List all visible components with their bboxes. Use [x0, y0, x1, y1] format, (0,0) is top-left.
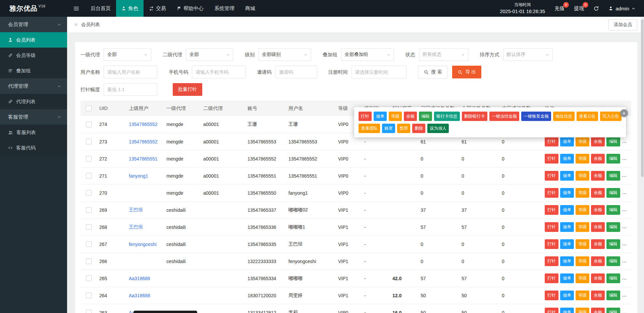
- nav-item-mall[interactable]: 商城: [240, 0, 261, 17]
- row-action-level[interactable]: 等级: [576, 188, 589, 198]
- row-more-actions[interactable]: …: [622, 190, 627, 195]
- invite-code-input[interactable]: [275, 66, 317, 78]
- row-action-edit[interactable]: 编辑: [606, 273, 620, 283]
- username-input[interactable]: [104, 66, 157, 78]
- row-action-edit[interactable]: 编辑: [606, 256, 620, 266]
- popup-action-make-order[interactable]: 做单: [374, 112, 387, 121]
- popup-action-delete-bank-card[interactable]: 删除银行卡: [462, 112, 488, 121]
- nav-item-roles[interactable]: 角色: [116, 0, 144, 17]
- row-action-edit[interactable]: 编辑: [606, 154, 620, 164]
- agent1-select[interactable]: 全部: [104, 48, 151, 61]
- popup-action-view-team[interactable]: 查看团队: [359, 124, 380, 133]
- popup-action-write-notice[interactable]: 写入公告: [600, 112, 622, 121]
- close-icon[interactable]: ×: [620, 109, 628, 117]
- popup-action-restore-amount[interactable]: 一键恢复金额: [521, 112, 551, 121]
- row-action-edit[interactable]: 编辑: [606, 222, 620, 232]
- admin-menu[interactable]: admin: [608, 6, 635, 11]
- row-checkbox[interactable]: [86, 207, 92, 213]
- parent-user-link[interactable]: fanyong1: [129, 173, 148, 179]
- row-action-inject[interactable]: 打针: [545, 154, 558, 164]
- popup-action-inject[interactable]: 打针: [359, 112, 372, 121]
- row-action-level[interactable]: 等级: [576, 256, 589, 266]
- row-checkbox[interactable]: [86, 224, 92, 230]
- popup-action-balance-change[interactable]: 账变: [382, 124, 395, 133]
- row-checkbox[interactable]: [86, 258, 92, 264]
- search-button[interactable]: 搜 索: [418, 66, 448, 78]
- parent-user-link[interactable]: 13547865552: [129, 122, 158, 127]
- sidebar-item-member-list[interactable]: 会员列表: [0, 32, 67, 48]
- row-action-make-order[interactable]: 做单: [560, 273, 574, 283]
- parent-user-link[interactable]: 王巴坝: [129, 224, 143, 230]
- row-action-balance[interactable]: 余额: [591, 171, 605, 181]
- row-checkbox[interactable]: [86, 173, 92, 179]
- recharge-button[interactable]: 充值 0: [554, 5, 565, 12]
- level-select[interactable]: 全部级别: [258, 48, 311, 61]
- row-checkbox[interactable]: [86, 241, 92, 247]
- row-more-actions[interactable]: …: [622, 207, 627, 212]
- row-action-inject[interactable]: 打针: [545, 273, 558, 283]
- status-select[interactable]: 所有状态: [419, 48, 469, 61]
- nav-item-system[interactable]: 系统管理: [209, 0, 240, 17]
- popup-action-disable[interactable]: 禁用: [397, 124, 410, 133]
- popup-action-set-fake-user[interactable]: 设为假人: [427, 124, 449, 133]
- row-action-balance[interactable]: 余额: [591, 137, 605, 146]
- row-action-edit[interactable]: 编辑: [606, 239, 620, 249]
- sidebar-group-service-management[interactable]: 客服管理: [0, 109, 67, 125]
- parent-user-link[interactable]: 13547865551: [129, 156, 158, 162]
- select-all-checkbox[interactable]: [86, 106, 92, 111]
- inject-range-input[interactable]: [104, 83, 157, 96]
- popup-action-level[interactable]: 等级: [389, 112, 402, 121]
- row-action-make-order[interactable]: 做单: [560, 188, 574, 198]
- row-action-balance[interactable]: 余额: [591, 205, 605, 215]
- row-more-actions[interactable]: …: [622, 138, 627, 144]
- withdraw-button[interactable]: 提现 0: [574, 5, 584, 12]
- row-action-inject[interactable]: 打针: [545, 188, 558, 198]
- row-action-inject[interactable]: 打针: [545, 222, 558, 232]
- row-checkbox[interactable]: [86, 190, 92, 196]
- phone-input[interactable]: [192, 66, 246, 78]
- row-action-level[interactable]: 等级: [576, 273, 589, 283]
- row-action-make-order[interactable]: 做单: [560, 222, 574, 232]
- row-action-level[interactable]: 等级: [576, 239, 589, 249]
- vertical-scrollbar[interactable]: [641, 17, 644, 313]
- row-action-balance[interactable]: 余额: [591, 291, 605, 300]
- agent2-select[interactable]: 全部: [186, 48, 233, 61]
- sidebar-item-service-code[interactable]: 客服代码: [0, 140, 67, 155]
- row-action-make-order[interactable]: 做单: [560, 308, 574, 313]
- row-action-make-order[interactable]: 做单: [560, 291, 574, 300]
- row-action-inject[interactable]: 打针: [545, 171, 558, 181]
- row-action-make-order[interactable]: 做单: [560, 137, 574, 146]
- sidebar-item-overlay-group[interactable]: 叠加组: [0, 63, 67, 78]
- overlay-group-select[interactable]: 全部叠加组: [341, 48, 394, 61]
- row-action-balance[interactable]: 余额: [591, 154, 605, 164]
- row-action-level[interactable]: 等级: [576, 171, 589, 181]
- row-action-edit[interactable]: 编辑: [606, 205, 620, 215]
- row-action-make-order[interactable]: 做单: [560, 239, 574, 249]
- row-action-edit[interactable]: 编辑: [606, 137, 620, 146]
- sidebar-item-agent-list[interactable]: 代理列表: [0, 94, 67, 109]
- vertical-scrollbar-thumb[interactable]: [641, 19, 644, 177]
- row-more-actions[interactable]: …: [622, 155, 627, 161]
- row-action-inject[interactable]: 打针: [545, 256, 558, 266]
- popup-action-freeze-amount[interactable]: 一键冻结金额: [489, 112, 519, 121]
- popup-action-balance[interactable]: 余额: [404, 112, 417, 121]
- batch-inject-button[interactable]: 批量打针: [173, 83, 202, 96]
- nav-item-help-center[interactable]: 帮助中心: [171, 0, 209, 17]
- row-action-edit[interactable]: 编辑: [606, 291, 620, 300]
- row-action-balance[interactable]: 余额: [591, 308, 605, 313]
- row-action-balance[interactable]: 余额: [591, 273, 605, 283]
- row-action-inject[interactable]: 打针: [545, 291, 558, 300]
- horizontal-scrollbar-thumb[interactable]: [133, 311, 197, 313]
- row-checkbox[interactable]: [86, 293, 92, 298]
- popup-action-bank-card-info[interactable]: 银行卡信息: [434, 112, 460, 121]
- refresh-icon[interactable]: [593, 6, 599, 11]
- popup-action-view-notice[interactable]: 查看公告: [577, 112, 598, 121]
- row-checkbox[interactable]: [86, 139, 92, 144]
- row-more-actions[interactable]: …: [622, 309, 627, 313]
- row-action-balance[interactable]: 余额: [591, 239, 605, 249]
- row-action-make-order[interactable]: 做单: [560, 171, 574, 181]
- sidebar-group-agent-management[interactable]: 代理管理: [0, 78, 67, 94]
- popup-action-edit[interactable]: 编辑: [419, 112, 432, 121]
- row-action-level[interactable]: 等级: [576, 308, 589, 313]
- add-member-button[interactable]: 添加会员: [608, 19, 637, 30]
